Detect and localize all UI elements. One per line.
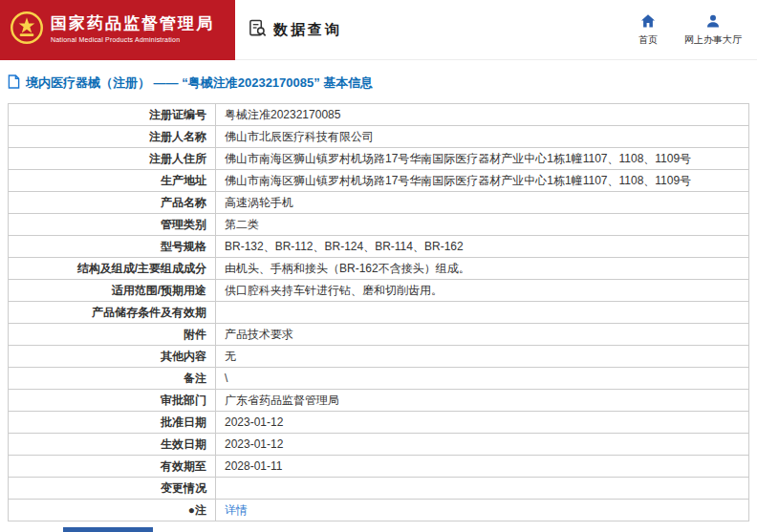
detail-link[interactable]: 详情 <box>225 503 248 517</box>
table-row: 有效期至2028-01-11 <box>9 456 749 478</box>
table-row: 适用范围/预期用途供口腔科夹持车针进行钻、磨和切削齿用。 <box>9 280 749 302</box>
national-emblem-icon <box>10 11 44 49</box>
row-value: 佛山市南海区狮山镇罗村机场路17号华南国际医疗器材产业中心1栋1幢1107、11… <box>216 148 749 170</box>
row-label: 管理类别 <box>9 214 216 236</box>
table-row: 变更情况 <box>9 478 749 500</box>
row-value: 佛山市南海区狮山镇罗村机场路17号华南国际医疗器材产业中心1栋1幢1107、11… <box>216 170 749 192</box>
row-label: 附件 <box>9 324 216 346</box>
service-hall-link[interactable]: 网上办事大厅 <box>684 13 742 47</box>
site-header: 国家药品监督管理局 National Medical Products Admi… <box>0 0 757 60</box>
table-row: 结构及组成/主要组成成分由机头、手柄和接头（BR-162不含接头）组成。 <box>9 258 749 280</box>
row-value: 详情 <box>216 500 749 521</box>
row-label: 批准日期 <box>9 412 216 434</box>
table-row: 批准日期2023-01-12 <box>9 412 749 434</box>
row-label: 注册证编号 <box>9 104 216 126</box>
table-row: 生效日期2023-01-12 <box>9 434 749 456</box>
row-label: 生效日期 <box>9 434 216 456</box>
breadcrumb: 境内医疗器械（注册） —— “粤械注准20232170085” 基本信息 <box>0 60 757 103</box>
row-value <box>216 478 749 500</box>
row-label: 适用范围/预期用途 <box>9 280 216 302</box>
home-icon <box>640 13 656 31</box>
row-label: 注册人住所 <box>9 148 216 170</box>
table-row: ●注详情 <box>9 500 749 521</box>
table-row: 审批部门广东省药品监督管理局 <box>9 390 749 412</box>
row-label: ●注 <box>9 500 216 521</box>
table-row: 注册证编号粤械注准20232170085 <box>9 104 749 126</box>
table-row: 其他内容无 <box>9 346 749 368</box>
table-row: 附件产品技术要求 <box>9 324 749 346</box>
row-label: 注册人名称 <box>9 126 216 148</box>
row-value: 由机头、手柄和接头（BR-162不含接头）组成。 <box>216 258 749 280</box>
row-label: 审批部门 <box>9 390 216 412</box>
table-row: 注册人名称佛山市北辰医疗科技有限公司 <box>9 126 749 148</box>
row-label: 产品名称 <box>9 192 216 214</box>
agency-name-cn: 国家药品监督管理局 <box>51 15 214 33</box>
row-value: 2023-01-12 <box>216 412 749 434</box>
row-value: 2023-01-12 <box>216 434 749 456</box>
agency-brand: 国家药品监督管理局 National Medical Products Admi… <box>0 0 235 60</box>
user-icon <box>705 13 721 31</box>
row-value: \ <box>216 368 749 390</box>
table-row: 产品名称高速涡轮手机 <box>9 192 749 214</box>
info-table: 注册证编号粤械注准20232170085注册人名称佛山市北辰医疗科技有限公司注册… <box>8 103 749 521</box>
data-query-label: 数据查询 <box>273 21 342 39</box>
row-label: 产品储存条件及有效期 <box>9 302 216 324</box>
row-value: 粤械注准20232170085 <box>216 104 749 126</box>
data-query-title: 数据查询 <box>249 19 342 40</box>
row-label: 型号规格 <box>9 236 216 258</box>
row-value: 2028-01-11 <box>216 456 749 478</box>
service-hall-label: 网上办事大厅 <box>684 33 742 47</box>
row-value: 高速涡轮手机 <box>216 192 749 214</box>
row-value: 产品技术要求 <box>216 324 749 346</box>
row-value: 无 <box>216 346 749 368</box>
table-row: 备注\ <box>9 368 749 390</box>
footer-fragment <box>63 527 153 532</box>
row-label: 结构及组成/主要组成成分 <box>9 258 216 280</box>
table-row: 产品储存条件及有效期 <box>9 302 749 324</box>
table-row: 管理类别第二类 <box>9 214 749 236</box>
table-row: 注册人住所佛山市南海区狮山镇罗村机场路17号华南国际医疗器材产业中心1栋1幢11… <box>9 148 749 170</box>
table-row: 生产地址佛山市南海区狮山镇罗村机场路17号华南国际医疗器材产业中心1栋1幢110… <box>9 170 749 192</box>
row-value: BR-132、BR-112、BR-124、BR-114、BR-162 <box>216 236 749 258</box>
info-table-body: 注册证编号粤械注准20232170085注册人名称佛山市北辰医疗科技有限公司注册… <box>9 104 749 521</box>
row-label: 生产地址 <box>9 170 216 192</box>
home-label: 首页 <box>638 33 658 47</box>
row-value <box>216 302 749 324</box>
table-row: 型号规格BR-132、BR-112、BR-124、BR-114、BR-162 <box>9 236 749 258</box>
row-label: 其他内容 <box>9 346 216 368</box>
row-value: 佛山市北辰医疗科技有限公司 <box>216 126 749 148</box>
data-query-icon <box>249 19 267 40</box>
agency-name-en: National Medical Products Administration <box>51 36 214 44</box>
agency-name: 国家药品监督管理局 National Medical Products Admi… <box>51 15 214 43</box>
home-link[interactable]: 首页 <box>638 13 658 47</box>
header-links: 首页 网上办事大厅 <box>638 13 757 47</box>
row-value: 供口腔科夹持车针进行钻、磨和切削齿用。 <box>216 280 749 302</box>
row-label: 备注 <box>9 368 216 390</box>
breadcrumb-text: 境内医疗器械（注册） —— “粤械注准20232170085” 基本信息 <box>26 74 373 92</box>
row-label: 变更情况 <box>9 478 216 500</box>
row-label: 有效期至 <box>9 456 216 478</box>
document-icon <box>8 74 20 92</box>
row-value: 广东省药品监督管理局 <box>216 390 749 412</box>
row-value: 第二类 <box>216 214 749 236</box>
